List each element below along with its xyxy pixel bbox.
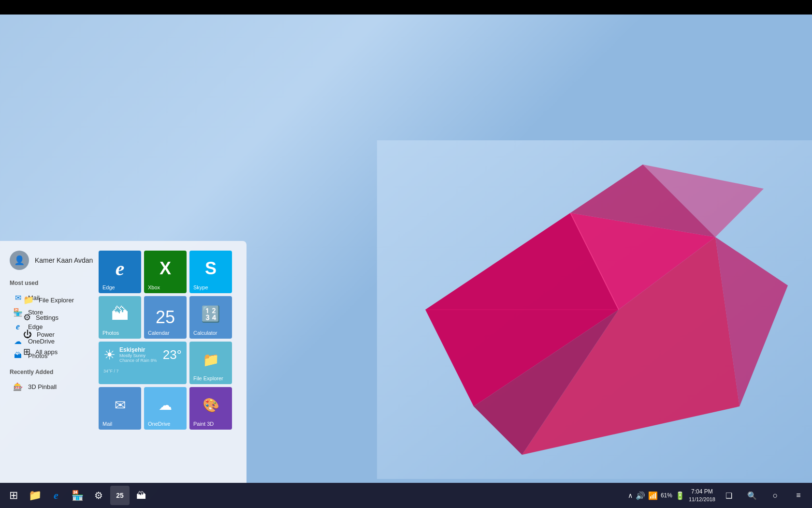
taskbar-file-explorer[interactable]: 📁	[25, 486, 44, 505]
tiles-row-2: 🏔 Photos 25 Calendar 🔢 Calculator	[99, 296, 239, 339]
nav-settings[interactable]: ⚙ Settings	[19, 309, 78, 326]
paint3d-tile-icon: 🎨	[203, 397, 219, 413]
taskbar-sys-icons: ∧ 🔊 📶 61% 🔋	[628, 491, 685, 500]
weather-icon: ☀	[103, 347, 116, 363]
tiles-row-3: ☀ Eskişehir Mostly Sunny Chance of Rain …	[99, 342, 239, 384]
fileexplorer-tile-icon: 📁	[203, 352, 219, 368]
nav-all-apps[interactable]: ⊞ All apps	[19, 344, 78, 360]
taskbar-left: ⊞ 📁 e 🏪 ⚙ 25 🏔	[4, 486, 151, 505]
onedrive-tile-label: OneDrive	[148, 421, 170, 427]
all-apps-nav-icon: ⊞	[23, 346, 30, 357]
xbox-tile-label: Xbox	[148, 284, 160, 290]
power-nav-icon: ⏻	[23, 329, 32, 340]
calculator-tile-icon: 🔢	[201, 305, 220, 323]
time-display: 7:04 PM	[689, 488, 715, 496]
action-center-button[interactable]: ≡	[789, 486, 808, 505]
most-used-label: Most used	[10, 280, 114, 286]
start-button[interactable]: ⊞	[4, 486, 23, 505]
photos-tile-label: Photos	[102, 330, 119, 336]
notification-area-icon[interactable]: ∧	[628, 492, 633, 499]
skype-tile-label: Skype	[193, 284, 208, 290]
weather-sub: Chance of Rain 8%	[119, 358, 163, 363]
avatar[interactable]: 👤	[10, 251, 29, 270]
weather-desc: Mostly Sunny	[119, 353, 163, 358]
bottom-nav: 📁 File Explorer ⚙ Settings ⏻ Power ⊞ All…	[19, 292, 78, 360]
tile-xbox[interactable]: X Xbox	[144, 251, 187, 293]
cortana-button[interactable]: ○	[766, 486, 785, 505]
mail-tile-label: Mail	[102, 421, 112, 427]
tile-weather[interactable]: ☀ Eskişehir Mostly Sunny Chance of Rain …	[99, 342, 187, 384]
tile-edge[interactable]: e Edge	[99, 251, 141, 293]
calendar-tile-label: Calendar	[148, 330, 170, 336]
battery-icon[interactable]: 🔋	[675, 491, 685, 500]
date-display: 11/12/2018	[689, 496, 715, 503]
taskbar-clock[interactable]: 7:04 PM 11/12/2018	[689, 488, 715, 503]
settings-nav-icon: ⚙	[23, 312, 31, 323]
taskbar-store[interactable]: 🏪	[68, 486, 87, 505]
skype-tile-icon: S	[205, 258, 217, 279]
task-view-button[interactable]: ❑	[719, 486, 739, 505]
mail-tile-icon: ✉	[115, 397, 126, 413]
top-bar	[0, 0, 812, 15]
nav-label-settings: Settings	[36, 314, 58, 321]
app-label-3dpinball: 3D Pinball	[28, 383, 57, 390]
fileexplorer-tile-label: File Explorer	[193, 375, 223, 381]
taskbar-photos[interactable]: 🏔	[131, 486, 151, 505]
xbox-tile-icon: X	[160, 258, 171, 279]
weather-info: Eskişehir Mostly Sunny Chance of Rain 8%	[119, 346, 163, 363]
calculator-tile-label: Calculator	[193, 330, 218, 336]
taskbar-settings[interactable]: ⚙	[89, 486, 108, 505]
tiles-section: e Edge X Xbox S Skype 🏔 Photos 25 C	[99, 251, 239, 433]
onedrive-tile-icon: ☁	[159, 397, 172, 413]
edge-tile-label: Edge	[102, 284, 115, 290]
start-menu: 👤 Kamer Kaan Avdan Most used ✉ Mail 🏪 St…	[0, 241, 246, 483]
taskbar: ⊞ 📁 e 🏪 ⚙ 25 🏔 ∧ 🔊 📶 61% 🔋 7:04 PM 11/12…	[0, 483, 812, 508]
recently-added-label: Recently Added	[10, 369, 114, 375]
tiles-row-4: ✉ Mail ☁ OneDrive 🎨 Paint 3D	[99, 387, 239, 430]
paint3d-tile-label: Paint 3D	[193, 421, 214, 427]
tile-calculator[interactable]: 🔢 Calculator	[189, 296, 232, 339]
photos-tile-icon: 🏔	[111, 304, 129, 324]
nav-label-file-explorer: File Explorer	[39, 297, 74, 304]
file-explorer-nav-icon: 📁	[23, 295, 34, 305]
taskbar-calendar[interactable]: 25	[110, 486, 130, 505]
recently-added-list: 🎰 3D Pinball	[10, 379, 114, 394]
desktop-wallpaper-art	[377, 140, 812, 479]
nav-power[interactable]: ⏻ Power	[19, 327, 78, 343]
tile-mail[interactable]: ✉ Mail	[99, 387, 141, 430]
wifi-icon[interactable]: 📶	[648, 491, 658, 500]
calendar-day: 25	[156, 309, 175, 326]
edge-tile-icon: e	[116, 257, 125, 280]
weather-city: Eskişehir	[119, 346, 163, 353]
user-name: Kamer Kaan Avdan	[35, 256, 93, 264]
tile-calendar[interactable]: 25 Calendar	[144, 296, 187, 339]
weather-hilo: 34°F / 7	[99, 368, 124, 374]
tile-onedrive[interactable]: ☁ OneDrive	[144, 387, 187, 430]
avatar-icon: 👤	[14, 255, 25, 266]
app-list-item-3dpinball[interactable]: 🎰 3D Pinball	[10, 379, 114, 394]
tile-paint3d[interactable]: 🎨 Paint 3D	[189, 387, 232, 430]
tile-photos[interactable]: 🏔 Photos	[99, 296, 141, 339]
weather-temp: 23°	[163, 347, 182, 362]
battery-text: 61%	[661, 492, 672, 499]
nav-label-all-apps: All apps	[35, 348, 58, 356]
taskbar-right: ∧ 🔊 📶 61% 🔋 7:04 PM 11/12/2018 ❑ 🔍 ○ ≡	[628, 486, 808, 505]
search-button[interactable]: 🔍	[742, 486, 762, 505]
tile-skype[interactable]: S Skype	[189, 251, 232, 293]
tile-fileexplorer[interactable]: 📁 File Explorer	[189, 342, 232, 384]
nav-file-explorer[interactable]: 📁 File Explorer	[19, 292, 78, 308]
3dpinball-icon: 🎰	[13, 381, 23, 392]
nav-label-power: Power	[37, 331, 55, 338]
tiles-row-1: e Edge X Xbox S Skype	[99, 251, 239, 293]
volume-icon[interactable]: 🔊	[636, 491, 645, 500]
taskbar-edge[interactable]: e	[46, 486, 66, 505]
weather-tile-content: ☀ Eskişehir Mostly Sunny Chance of Rain …	[99, 342, 187, 368]
